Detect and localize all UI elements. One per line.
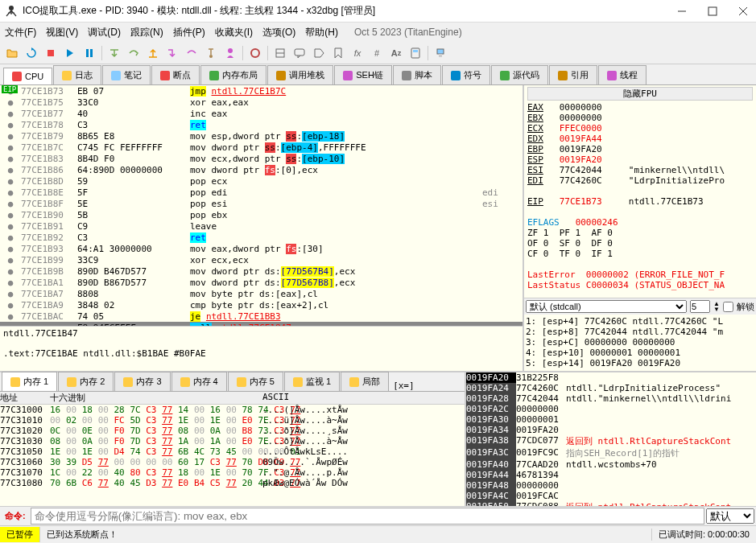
functions-icon[interactable]: fx xyxy=(349,44,366,62)
dump-view[interactable]: 地址十六进制ASCII77C3100016 00 18 00 28 7C C3 … xyxy=(0,392,465,506)
disasm-row[interactable]: ●77CE1B905Bpop ebx xyxy=(0,209,523,220)
tab-notes[interactable]: 笔记 xyxy=(102,65,151,84)
menu-plugin[interactable]: 插件(P) xyxy=(173,26,205,39)
menu-options[interactable]: 选项(O) xyxy=(262,26,295,39)
disasm-row[interactable]: ●77CE1B7740inc eax xyxy=(0,108,523,119)
tab-sym[interactable]: 符号 xyxy=(442,65,490,84)
scylla-icon[interactable] xyxy=(246,44,264,62)
disasm-row[interactable]: ●77CE1B838B4D F0mov ecx,dword ptr ss:[eb… xyxy=(0,153,523,164)
dump-tab-3[interactable]: 内存 4 xyxy=(171,372,227,391)
disasm-row[interactable]: ●77CE1B8D59pop ecx xyxy=(0,175,523,187)
stack-view[interactable]: 0019FA20 31B225F8 0019FA24 77C4260C ntdl… xyxy=(466,372,756,506)
step-out-icon[interactable] xyxy=(144,44,162,62)
disasm-row[interactable]: ●77CE1B8E5Fpop ediedi xyxy=(0,187,523,198)
spin-down-icon[interactable]: ▼ xyxy=(713,306,720,312)
disasm-row[interactable]: ●77CE1B92C3ret xyxy=(0,232,523,243)
tab-script[interactable]: 脚本 xyxy=(393,65,441,84)
disasm-row[interactable]: ●77CE1B7CC745 FC FEFFFFFFmov dword ptr s… xyxy=(0,142,523,153)
pause-icon[interactable] xyxy=(81,44,98,62)
tab-ref[interactable]: 引用 xyxy=(549,65,597,84)
open-icon[interactable] xyxy=(3,44,21,62)
sym-icon xyxy=(451,71,461,80)
disasm-row[interactable]: ●77CE1B8F5Epop esiesi xyxy=(0,198,523,209)
svg-point-0 xyxy=(9,6,14,10)
disasm-row[interactable]: ●77CE1B9933C9xor ecx,ecx xyxy=(0,254,523,265)
dump-tab-0[interactable]: 内存 1 xyxy=(2,372,57,391)
svg-rect-5 xyxy=(48,50,54,56)
svg-rect-14 xyxy=(411,48,419,58)
disasm-row[interactable]: ●77CE1B78C3ret xyxy=(0,119,523,130)
step-into-icon[interactable] xyxy=(105,44,123,62)
close-button[interactable] xyxy=(735,3,751,19)
restart-icon[interactable] xyxy=(23,44,40,62)
app-icon xyxy=(5,5,18,18)
labels-icon[interactable] xyxy=(310,44,328,62)
run-till-ret-icon[interactable] xyxy=(202,44,220,62)
svg-rect-6 xyxy=(86,49,89,57)
minimize-button[interactable] xyxy=(674,3,690,19)
tab-thread[interactable]: 线程 xyxy=(598,65,647,84)
tab-seh[interactable]: SEH链 xyxy=(334,65,392,84)
menu-view[interactable]: 视图(V) xyxy=(46,26,78,39)
disasm-row[interactable]: ●77CE1B9364:A1 30000000mov eax,dword ptr… xyxy=(0,243,523,254)
run-to-user-icon[interactable] xyxy=(221,44,239,62)
dump-tab-1[interactable]: 内存 2 xyxy=(58,372,114,391)
tab-src[interactable]: 源代码 xyxy=(491,65,548,84)
callconv-spin[interactable] xyxy=(690,300,710,313)
disasm-row[interactable]: ●77CE1BA78808mov byte ptr ds:[eax],cl xyxy=(0,288,523,299)
step-over-icon[interactable] xyxy=(125,44,143,62)
trace-into-icon[interactable] xyxy=(163,44,181,62)
svg-rect-15 xyxy=(413,50,418,52)
dump-tab-2[interactable]: 内存 3 xyxy=(114,372,170,391)
disassembly-view[interactable]: EIP ●77CE1B73EB 07jmp ntdll.77CE1B7C●77C… xyxy=(0,85,523,326)
menu-trace[interactable]: 跟踪(N) xyxy=(130,26,163,39)
fpu-toggle[interactable]: 隐藏FPU xyxy=(527,87,753,101)
menu-help[interactable]: 帮助(H) xyxy=(305,26,338,39)
disasm-row[interactable]: ●77CE1BA1890D B867D577mov dword ptr ds:[… xyxy=(0,277,523,288)
trace-over-icon[interactable] xyxy=(183,44,200,62)
disasm-row[interactable]: ●77CE1B7533C0xor eax,eax xyxy=(0,97,523,108)
menu-fav[interactable]: 收藏夹(I) xyxy=(215,26,253,39)
stop-icon[interactable] xyxy=(42,44,60,62)
comments-icon[interactable] xyxy=(291,44,308,62)
stack-args-view[interactable]: 1: [esp+4] 77C4260C ntdll.77C4260C "L2: … xyxy=(524,315,756,371)
tab-log[interactable]: 日志 xyxy=(53,65,101,84)
lock-checkbox[interactable] xyxy=(723,302,733,312)
calculator-icon[interactable] xyxy=(407,44,424,62)
title-bar: ICO提取工具.exe - PID: 3940 - 模块: ntdll.dll … xyxy=(0,0,756,23)
command-dropdown[interactable]: 默认 xyxy=(706,508,754,524)
strings-icon[interactable]: Az xyxy=(387,44,405,62)
bookmarks-icon[interactable] xyxy=(329,44,347,62)
tab-mem[interactable]: 内存布局 xyxy=(200,65,266,84)
disasm-row[interactable]: ●77CE1BAC74 05je ntdll.77CE1BB3 xyxy=(0,311,523,322)
registers-view[interactable]: 隐藏FPU EAX 00000000EBX 00000000ECX FFEC00… xyxy=(524,85,756,298)
dump-tab-5[interactable]: 监视 1 xyxy=(284,372,340,391)
settings-icon[interactable] xyxy=(432,44,449,62)
menu-debug[interactable]: 调试(D) xyxy=(88,26,121,39)
tab-cpu[interactable]: CPU xyxy=(3,68,52,84)
disasm-row[interactable]: ●77CE1B73EB 07jmp ntdll.77CE1B7C xyxy=(0,85,523,97)
disasm-row[interactable]: ●77CE1B9B890D B467D577mov dword ptr ds:[… xyxy=(0,265,523,277)
engine-date: Oct 5 2023 (TitanEngine) xyxy=(354,27,462,38)
menu-bar: 文件(F) 视图(V) 调试(D) 跟踪(N) 插件(P) 收藏夹(I) 选项(… xyxy=(0,23,756,42)
menu-file[interactable]: 文件(F) xyxy=(5,26,36,39)
svg-rect-13 xyxy=(295,49,304,56)
command-input[interactable] xyxy=(31,508,704,524)
eip-badge: EIP xyxy=(2,85,18,93)
disasm-row[interactable]: ●77CE1BA93848 02cmp byte ptr ds:[eax+2],… xyxy=(0,299,523,311)
disasm-row[interactable]: ●77CE1BAEE8 94FCFFFFcall ntdll.77CE1847 xyxy=(0,322,523,326)
disasm-row[interactable]: ●77CE1B91C9leave xyxy=(0,220,523,232)
maximize-button[interactable] xyxy=(704,3,721,19)
callconv-bar: 默认 (stdcall) ▲ ▼ 解锁 xyxy=(524,298,756,315)
dump-tab-4[interactable]: 内存 5 xyxy=(228,372,283,391)
tab-bp[interactable]: 断点 xyxy=(151,65,200,84)
callconv-select[interactable]: 默认 (stdcall) xyxy=(526,300,687,313)
tab-stack[interactable]: 调用堆栈 xyxy=(267,65,333,84)
status-paused: 已暂停 xyxy=(0,527,40,542)
dump-tab-6[interactable]: 局部 xyxy=(341,372,389,391)
run-icon[interactable] xyxy=(61,44,79,62)
variables-icon[interactable]: # xyxy=(368,44,386,62)
disasm-row[interactable]: ●77CE1B798B65 E8mov esp,dword ptr ss:[eb… xyxy=(0,130,523,142)
disasm-row[interactable]: ●77CE1B8664:890D 00000000mov dword ptr f… xyxy=(0,164,523,175)
patches-icon[interactable] xyxy=(271,44,289,62)
